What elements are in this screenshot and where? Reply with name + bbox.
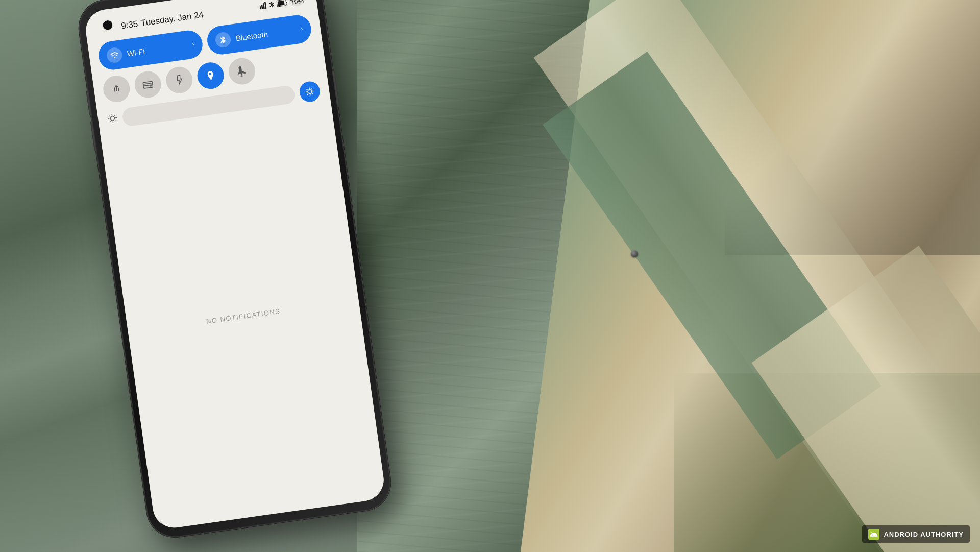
bluetooth-label: Bluetooth	[235, 25, 302, 42]
location-toggle[interactable]	[195, 61, 226, 91]
bluetooth-arrow: ›	[301, 25, 304, 32]
wallet-toggle[interactable]	[133, 69, 163, 100]
svg-point-11	[110, 116, 115, 121]
bluetooth-status-icon	[268, 1, 275, 9]
wifi-arrow: ›	[192, 40, 195, 47]
brightness-low-icon	[107, 112, 118, 127]
wifi-icon	[106, 46, 123, 64]
shadow-area	[725, 0, 980, 255]
android-logo	[868, 529, 879, 540]
battery-icon	[276, 0, 288, 8]
mobile-data-toggle[interactable]	[102, 74, 132, 104]
flashlight-toggle[interactable]	[164, 65, 194, 95]
watermark-text: ANDROID AUTHORITY	[884, 531, 964, 538]
svg-rect-0	[260, 6, 261, 9]
auto-brightness-button[interactable]	[298, 80, 321, 103]
signal-icon	[259, 2, 267, 11]
no-notifications-label: NO NOTIFICATIONS	[206, 307, 281, 325]
nail-detail	[631, 250, 638, 257]
airplane-toggle[interactable]	[227, 56, 257, 86]
bluetooth-icon	[214, 31, 232, 49]
svg-rect-5	[277, 0, 284, 6]
wifi-label: Wi-Fi	[127, 40, 193, 58]
svg-rect-1	[261, 5, 263, 9]
svg-rect-2	[263, 3, 265, 9]
svg-rect-3	[264, 2, 266, 9]
svg-point-12	[308, 89, 312, 93]
status-time: 9:35	[120, 19, 139, 31]
notification-area: NO NOTIFICATIONS	[100, 102, 386, 531]
watermark: ANDROID AUTHORITY	[862, 525, 970, 543]
